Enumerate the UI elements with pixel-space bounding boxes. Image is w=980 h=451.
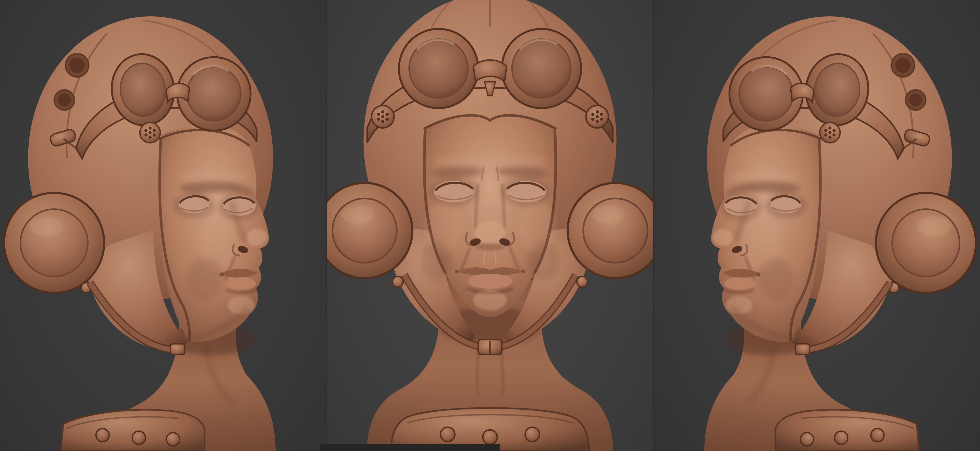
panel-divider: [653, 0, 654, 451]
sculpt-head-three-quarter-right: [653, 0, 980, 451]
viewport-three-quarter-left[interactable]: [0, 0, 327, 451]
bottom-strip: [320, 445, 500, 451]
sculpt-viewport-montage: [0, 0, 980, 451]
panel-divider: [326, 0, 327, 451]
sculpt-head-front: [327, 0, 653, 451]
viewport-front[interactable]: [327, 0, 653, 451]
head-sculpt: [327, 0, 653, 451]
viewport-three-quarter-right[interactable]: [653, 0, 980, 451]
head-sculpt: [704, 16, 976, 451]
sculpt-head-three-quarter-left: [0, 0, 327, 451]
head-sculpt: [4, 16, 275, 451]
